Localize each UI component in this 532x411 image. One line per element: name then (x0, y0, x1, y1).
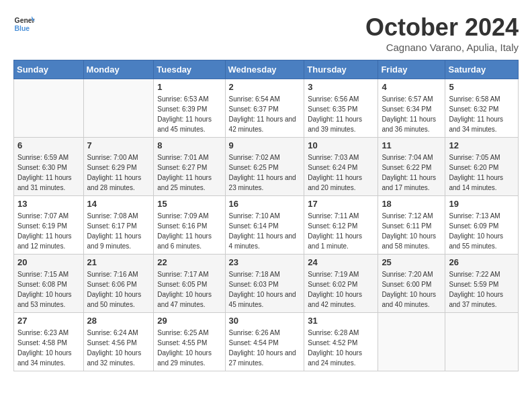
day-number: 3 (308, 82, 374, 92)
day-number: 25 (382, 257, 441, 267)
calendar-table: SundayMondayTuesdayWednesdayThursdayFrid… (13, 60, 519, 371)
day-number: 21 (87, 257, 150, 267)
calendar-week-row: 13Sunrise: 7:07 AM Sunset: 6:19 PM Dayli… (14, 196, 519, 255)
calendar-cell: 29Sunrise: 6:25 AM Sunset: 4:55 PM Dayli… (154, 313, 225, 371)
calendar-cell: 9Sunrise: 7:02 AM Sunset: 6:25 PM Daylig… (225, 138, 304, 196)
day-number: 9 (229, 140, 301, 150)
day-number: 2 (229, 82, 301, 92)
day-info: Sunrise: 6:24 AM Sunset: 4:56 PM Dayligh… (87, 328, 150, 368)
calendar-cell: 10Sunrise: 7:03 AM Sunset: 6:24 PM Dayli… (304, 138, 378, 196)
calendar-cell: 26Sunrise: 7:22 AM Sunset: 5:59 PM Dayli… (445, 255, 519, 313)
day-info: Sunrise: 7:02 AM Sunset: 6:25 PM Dayligh… (229, 152, 301, 193)
calendar-header-cell: Sunday (14, 60, 84, 79)
day-number: 12 (449, 140, 515, 150)
day-info: Sunrise: 7:09 AM Sunset: 6:16 PM Dayligh… (157, 211, 221, 251)
calendar-header-cell: Tuesday (154, 60, 225, 79)
day-info: Sunrise: 7:20 AM Sunset: 6:00 PM Dayligh… (382, 269, 441, 310)
calendar-header-cell: Wednesday (225, 60, 304, 79)
calendar-cell: 18Sunrise: 7:12 AM Sunset: 6:11 PM Dayli… (378, 196, 445, 255)
day-number: 31 (308, 316, 374, 326)
calendar-week-row: 1Sunrise: 6:53 AM Sunset: 6:39 PM Daylig… (14, 79, 519, 138)
calendar-cell: 17Sunrise: 7:11 AM Sunset: 6:12 PM Dayli… (304, 196, 378, 255)
day-info: Sunrise: 6:25 AM Sunset: 4:55 PM Dayligh… (157, 328, 221, 368)
calendar-cell: 6Sunrise: 6:59 AM Sunset: 6:30 PM Daylig… (14, 138, 84, 196)
day-info: Sunrise: 7:10 AM Sunset: 6:14 PM Dayligh… (229, 211, 301, 251)
calendar-cell: 15Sunrise: 7:09 AM Sunset: 6:16 PM Dayli… (154, 196, 225, 255)
calendar-cell: 7Sunrise: 7:00 AM Sunset: 6:29 PM Daylig… (83, 138, 154, 196)
calendar-cell: 30Sunrise: 6:26 AM Sunset: 4:54 PM Dayli… (225, 313, 304, 371)
day-info: Sunrise: 6:58 AM Sunset: 6:32 PM Dayligh… (449, 94, 515, 134)
day-number: 22 (157, 257, 221, 267)
month-title: October 2024 (365, 13, 519, 42)
day-number: 13 (17, 199, 80, 209)
calendar-cell: 28Sunrise: 6:24 AM Sunset: 4:56 PM Dayli… (83, 313, 154, 371)
day-number: 6 (17, 140, 80, 150)
day-info: Sunrise: 7:04 AM Sunset: 6:22 PM Dayligh… (382, 152, 441, 193)
day-info: Sunrise: 7:12 AM Sunset: 6:11 PM Dayligh… (382, 211, 441, 251)
day-number: 4 (382, 82, 441, 92)
day-number: 27 (17, 316, 80, 326)
location-subtitle: Cagnano Varano, Apulia, Italy (365, 42, 519, 53)
calendar-header-row: SundayMondayTuesdayWednesdayThursdayFrid… (14, 60, 519, 79)
calendar-cell: 12Sunrise: 7:05 AM Sunset: 6:20 PM Dayli… (445, 138, 519, 196)
calendar-cell (83, 79, 154, 138)
day-info: Sunrise: 6:28 AM Sunset: 4:52 PM Dayligh… (308, 328, 374, 368)
day-info: Sunrise: 6:59 AM Sunset: 6:30 PM Dayligh… (17, 152, 80, 193)
day-number: 29 (157, 316, 221, 326)
calendar-cell: 16Sunrise: 7:10 AM Sunset: 6:14 PM Dayli… (225, 196, 304, 255)
day-info: Sunrise: 7:19 AM Sunset: 6:02 PM Dayligh… (308, 269, 374, 310)
calendar-cell: 21Sunrise: 7:16 AM Sunset: 6:06 PM Dayli… (83, 255, 154, 313)
calendar-week-row: 6Sunrise: 6:59 AM Sunset: 6:30 PM Daylig… (14, 138, 519, 196)
day-number: 15 (157, 199, 221, 209)
calendar-header-cell: Saturday (445, 60, 519, 79)
day-info: Sunrise: 7:03 AM Sunset: 6:24 PM Dayligh… (308, 152, 374, 193)
day-number: 10 (308, 140, 374, 150)
day-number: 23 (229, 257, 301, 267)
day-info: Sunrise: 7:01 AM Sunset: 6:27 PM Dayligh… (157, 152, 221, 193)
day-info: Sunrise: 7:22 AM Sunset: 5:59 PM Dayligh… (449, 269, 515, 310)
day-info: Sunrise: 7:05 AM Sunset: 6:20 PM Dayligh… (449, 152, 515, 193)
calendar-week-row: 20Sunrise: 7:15 AM Sunset: 6:08 PM Dayli… (14, 255, 519, 313)
calendar-cell: 11Sunrise: 7:04 AM Sunset: 6:22 PM Dayli… (378, 138, 445, 196)
calendar-cell: 3Sunrise: 6:56 AM Sunset: 6:35 PM Daylig… (304, 79, 378, 138)
day-number: 20 (17, 257, 80, 267)
calendar-cell: 2Sunrise: 6:54 AM Sunset: 6:37 PM Daylig… (225, 79, 304, 138)
day-info: Sunrise: 7:07 AM Sunset: 6:19 PM Dayligh… (17, 211, 80, 251)
day-info: Sunrise: 6:54 AM Sunset: 6:37 PM Dayligh… (229, 94, 301, 134)
day-number: 18 (382, 199, 441, 209)
calendar-cell: 19Sunrise: 7:13 AM Sunset: 6:09 PM Dayli… (445, 196, 519, 255)
day-info: Sunrise: 6:23 AM Sunset: 4:58 PM Dayligh… (17, 328, 80, 368)
calendar-cell: 25Sunrise: 7:20 AM Sunset: 6:00 PM Dayli… (378, 255, 445, 313)
day-info: Sunrise: 7:17 AM Sunset: 6:05 PM Dayligh… (157, 269, 221, 310)
calendar-cell: 13Sunrise: 7:07 AM Sunset: 6:19 PM Dayli… (14, 196, 84, 255)
calendar-cell (378, 313, 445, 371)
day-number: 1 (157, 82, 221, 92)
page-header: General Blue October 2024 Cagnano Varano… (13, 13, 519, 53)
day-number: 5 (449, 82, 515, 92)
day-number: 19 (449, 199, 515, 209)
day-number: 17 (308, 199, 374, 209)
calendar-header-cell: Thursday (304, 60, 378, 79)
calendar-cell: 8Sunrise: 7:01 AM Sunset: 6:27 PM Daylig… (154, 138, 225, 196)
day-info: Sunrise: 7:13 AM Sunset: 6:09 PM Dayligh… (449, 211, 515, 251)
day-number: 8 (157, 140, 221, 150)
calendar-cell: 23Sunrise: 7:18 AM Sunset: 6:03 PM Dayli… (225, 255, 304, 313)
day-number: 24 (308, 257, 374, 267)
day-number: 30 (229, 316, 301, 326)
calendar-cell: 4Sunrise: 6:57 AM Sunset: 6:34 PM Daylig… (378, 79, 445, 138)
logo: General Blue (13, 13, 35, 35)
calendar-header-cell: Monday (83, 60, 154, 79)
calendar-cell: 1Sunrise: 6:53 AM Sunset: 6:39 PM Daylig… (154, 79, 225, 138)
day-info: Sunrise: 6:53 AM Sunset: 6:39 PM Dayligh… (157, 94, 221, 134)
day-number: 16 (229, 199, 301, 209)
title-block: October 2024 Cagnano Varano, Apulia, Ita… (365, 13, 519, 53)
day-info: Sunrise: 6:26 AM Sunset: 4:54 PM Dayligh… (229, 328, 301, 368)
calendar-cell (14, 79, 84, 138)
calendar-cell: 31Sunrise: 6:28 AM Sunset: 4:52 PM Dayli… (304, 313, 378, 371)
day-number: 14 (87, 199, 150, 209)
calendar-cell: 24Sunrise: 7:19 AM Sunset: 6:02 PM Dayli… (304, 255, 378, 313)
day-info: Sunrise: 7:11 AM Sunset: 6:12 PM Dayligh… (308, 211, 374, 251)
calendar-header-cell: Friday (378, 60, 445, 79)
day-info: Sunrise: 7:08 AM Sunset: 6:17 PM Dayligh… (87, 211, 150, 251)
day-info: Sunrise: 7:15 AM Sunset: 6:08 PM Dayligh… (17, 269, 80, 310)
